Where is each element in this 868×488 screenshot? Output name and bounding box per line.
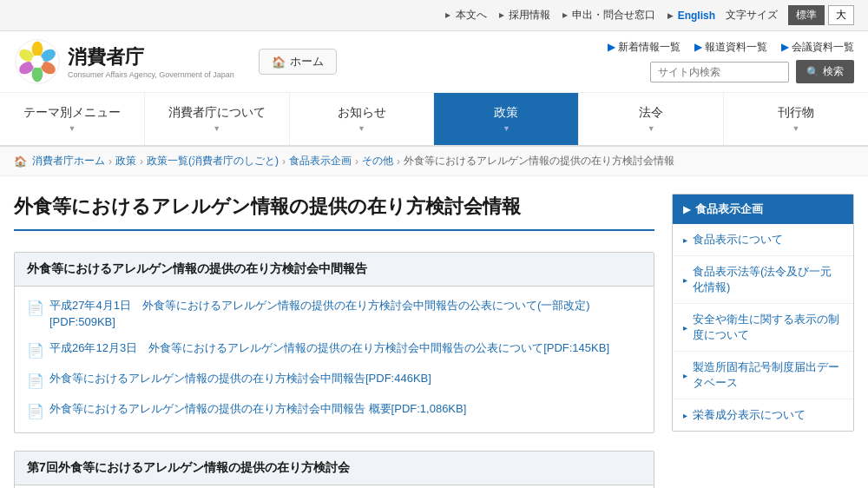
top-bar-links: ▸ 本文へ ▸ 採用情報 ▸ 申出・問合せ窓口 ▸ English: [445, 8, 715, 23]
section-header-1: 外食等におけるアレルゲン情報の提供の在り方検討会中間報告: [15, 253, 654, 287]
header: 消費者庁 Consumer Affairs Agency, Government…: [0, 31, 868, 93]
link-shingaku[interactable]: ▶新着情報一覧: [608, 40, 681, 55]
top-bar: ▸ 本文へ ▸ 採用情報 ▸ 申出・問合せ窓口 ▸ English 文字サイズ …: [0, 0, 868, 31]
sidebar-link-label-4: 製造所固有記号制度届出データベース: [693, 359, 843, 391]
nav-label-about: 消費者庁について: [168, 105, 266, 121]
logo-kanji: 消費者庁: [68, 44, 234, 70]
doc-link-3[interactable]: 外食等におけるアレルゲン情報の提供の在り方検討会中間報告[PDF:446KB]: [49, 370, 431, 387]
home-icon: 🏠: [272, 56, 286, 69]
sidebar-arrow-3: ▸: [683, 323, 687, 333]
sidebar-title: 食品表示企画: [695, 201, 763, 217]
logo-area: 消費者庁 Consumer Affairs Agency, Government…: [14, 38, 337, 85]
pdf-icon-3: 📄: [27, 371, 44, 392]
breadcrumb: 🏠 消費者庁ホーム › 政策 › 政策一覧(消費者庁のしごと) › 食品表示企画…: [0, 147, 868, 176]
search-icon: 🔍: [806, 66, 819, 78]
breadcrumb-policy-list[interactable]: 政策一覧(消費者庁のしごと): [147, 154, 279, 168]
sidebar-play-icon: ▶: [683, 204, 690, 215]
nav-arrow-policy: ▼: [503, 124, 510, 133]
breadcrumb-sep-3: ›: [282, 155, 286, 168]
sidebar-arrow-2: ▸: [683, 275, 687, 285]
link-saiyou[interactable]: ▸ 採用情報: [499, 8, 550, 23]
section-header-2: 第7回外食等におけるアレルゲン情報の提供の在り方検討会: [15, 452, 654, 485]
breadcrumb-home-icon: 🏠: [14, 155, 27, 168]
section-box-2: 第7回外食等におけるアレルゲン情報の提供の在り方検討会: [14, 451, 654, 488]
nav-label-news: お知らせ: [338, 105, 386, 121]
link-houdou[interactable]: ▶報道資料一覧: [694, 40, 767, 55]
nav-label-pub: 刊行物: [778, 105, 814, 121]
doc-link-4[interactable]: 外食等におけるアレルゲン情報の提供の在り方検討会中間報告 概要[PDF:1,08…: [49, 400, 466, 418]
link-kaigi[interactable]: ▶会議資料一覧: [781, 40, 854, 55]
list-item: 📄 平成26年12月3日 外食等におけるアレルゲン情報の提供の在り方検討会中間報…: [27, 340, 641, 361]
breadcrumb-food-label[interactable]: 食品表示企画: [289, 154, 352, 168]
logo-sub: Consumer Affairs Agency, Government of J…: [68, 70, 234, 79]
main-content: 外食等におけるアレルゲン情報の提供の在り方検討会情報 外食等におけるアレルゲン情…: [0, 176, 868, 488]
logo-text-area: 消費者庁 Consumer Affairs Agency, Government…: [68, 44, 234, 79]
nav-arrow-news: ▼: [358, 124, 365, 133]
search-button[interactable]: 🔍 検索: [796, 60, 854, 83]
content-area: 外食等におけるアレルゲン情報の提供の在り方検討会情報 外食等におけるアレルゲン情…: [14, 194, 672, 488]
sidebar-link-3[interactable]: ▸ 安全や衛生に関する表示の制度について: [673, 304, 853, 352]
sidebar-section: ▶ 食品表示企画 ▸ 食品表示について ▸ 食品表示法等(法令及び一元化情報) …: [672, 194, 854, 432]
sidebar-link-label-1: 食品表示について: [693, 232, 783, 247]
search-label: 検索: [823, 64, 844, 79]
nav-item-news[interactable]: お知らせ ▼: [290, 93, 435, 145]
list-item: 📄 平成27年4月1日 外食等におけるアレルゲン情報の提供の在り方検討会中間報告…: [27, 297, 641, 331]
pdf-icon-1: 📄: [27, 298, 44, 319]
nav-label-policy: 政策: [494, 105, 518, 121]
page-title: 外食等におけるアレルゲン情報の提供の在り方検討会情報: [14, 194, 654, 231]
nav-item-about[interactable]: 消費者庁について ▼: [145, 93, 290, 145]
sidebar-link-4[interactable]: ▸ 製造所固有記号制度届出データベース: [673, 352, 853, 399]
logo-svg: [14, 38, 61, 85]
breadcrumb-other[interactable]: その他: [362, 154, 393, 168]
nav-arrow-theme: ▼: [68, 124, 76, 133]
link-madoguchi[interactable]: ▸ 申出・問合せ窓口: [562, 8, 655, 23]
sidebar-header: ▶ 食品表示企画: [673, 195, 853, 224]
nav-arrow-law: ▼: [648, 124, 655, 133]
pdf-icon-2: 📄: [27, 340, 44, 361]
main-nav: テーマ別メニュー ▼ 消費者庁について ▼ お知らせ ▼ 政策 ▼ 法令 ▼ 刊…: [0, 93, 868, 147]
nav-arrow-about: ▼: [213, 124, 220, 133]
link-honbun[interactable]: ▸ 本文へ: [445, 8, 486, 23]
sidebar-link-label-3: 安全や衛生に関する表示の制度について: [693, 312, 843, 343]
nav-item-pub[interactable]: 刊行物 ▼: [724, 93, 868, 145]
sidebar-link-2[interactable]: ▸ 食品表示法等(法令及び一元化情報): [673, 256, 853, 304]
nav-item-theme[interactable]: テーマ別メニュー ▼: [0, 93, 145, 145]
sidebar-link-label-5: 栄養成分表示について: [693, 407, 806, 423]
doc-link-1[interactable]: 平成27年4月1日 外食等におけるアレルゲン情報の提供の在り方検討会中間報告の公…: [49, 297, 641, 331]
svg-point-4: [32, 66, 43, 82]
sidebar-link-1[interactable]: ▸ 食品表示について: [673, 224, 853, 256]
link-english[interactable]: ▸ English: [667, 10, 715, 22]
pdf-icon-4: 📄: [27, 401, 44, 422]
nav-item-law[interactable]: 法令 ▼: [579, 93, 724, 145]
breadcrumb-sep-4: ›: [355, 155, 358, 168]
sidebar-arrow-5: ▸: [683, 411, 687, 420]
sidebar: ▶ 食品表示企画 ▸ 食品表示について ▸ 食品表示法等(法令及び一元化情報) …: [672, 194, 854, 488]
nav-label-law: 法令: [639, 105, 663, 121]
breadcrumb-sep-5: ›: [397, 155, 400, 168]
sidebar-arrow-4: ▸: [683, 371, 687, 380]
breadcrumb-sep-1: ›: [108, 155, 112, 168]
breadcrumb-sep-2: ›: [140, 155, 143, 168]
search-row: 🔍 検索: [650, 60, 854, 83]
svg-point-1: [32, 42, 43, 57]
font-size-buttons: 標準 大: [788, 5, 854, 25]
svg-point-7: [31, 56, 43, 68]
header-right: ▶新着情報一覧 ▶報道資料一覧 ▶会議資料一覧 🔍 検索: [608, 40, 854, 83]
doc-link-2[interactable]: 平成26年12月3日 外食等におけるアレルゲン情報の提供の在り方検討会中間報告の…: [49, 340, 609, 357]
nav-arrow-pub: ▼: [792, 124, 800, 133]
nav-label-theme: テーマ別メニュー: [23, 105, 121, 121]
list-item: 📄 外食等におけるアレルゲン情報の提供の在り方検討会中間報告[PDF:446KB…: [27, 370, 641, 392]
sidebar-link-5[interactable]: ▸ 栄養成分表示について: [673, 399, 853, 431]
sidebar-link-label-2: 食品表示法等(法令及び一元化情報): [693, 264, 843, 295]
search-input[interactable]: [650, 62, 789, 82]
sidebar-arrow-1: ▸: [683, 235, 687, 245]
section-box-1: 外食等におけるアレルゲン情報の提供の在り方検討会中間報告 📄 平成27年4月1日…: [14, 252, 654, 433]
font-large-button[interactable]: 大: [828, 5, 854, 25]
breadcrumb-home[interactable]: 消費者庁ホーム: [32, 154, 105, 168]
font-size-label: 文字サイズ: [726, 8, 778, 23]
home-button[interactable]: 🏠 ホーム: [259, 49, 337, 75]
header-top-links: ▶新着情報一覧 ▶報道資料一覧 ▶会議資料一覧: [608, 40, 854, 55]
breadcrumb-policy[interactable]: 政策: [115, 154, 136, 168]
font-standard-button[interactable]: 標準: [788, 5, 825, 25]
nav-item-policy[interactable]: 政策 ▼: [434, 93, 579, 145]
